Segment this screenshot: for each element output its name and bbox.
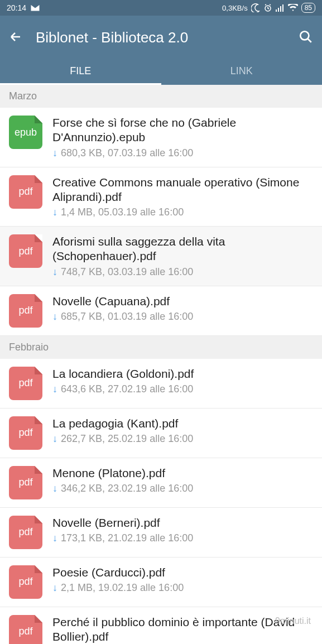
- file-item[interactable]: pdfAforismi sulla saggezza della vita (S…: [0, 227, 322, 286]
- section-header: Marzo: [0, 85, 322, 108]
- file-item[interactable]: pdfCreative Commons manuale operativo (S…: [0, 167, 322, 227]
- file-item[interactable]: pdfPerché il pubblico dominio è importan…: [0, 607, 322, 645]
- file-item[interactable]: pdfLa pedagogia (Kant).pdf↓262,7 KB, 25.…: [0, 408, 322, 458]
- download-icon: ↓: [52, 383, 57, 395]
- svg-point-5: [300, 31, 309, 40]
- file-name: Poesie (Carducci).pdf: [52, 565, 313, 580]
- back-button[interactable]: [9, 30, 22, 46]
- file-name: Creative Commons manuale operativo (Simo…: [52, 175, 313, 205]
- section-header: Febbraio: [0, 336, 322, 359]
- file-name: Novelle (Berneri).pdf: [52, 516, 313, 530]
- file-name: Menone (Platone).pdf: [52, 466, 313, 480]
- file-name: Novelle (Capuana).pdf: [52, 294, 313, 309]
- status-data-rate: 0,3KB/s: [222, 4, 248, 12]
- page-title: Biblonet - Biblioteca 2.0: [36, 29, 285, 46]
- svg-rect-3: [280, 6, 281, 12]
- app-header: Biblonet - Biblioteca 2.0: [0, 16, 322, 56]
- file-meta: ↓643,6 KB, 27.02.19 alle 16:00: [52, 383, 313, 395]
- file-item[interactable]: pdfNovelle (Berneri).pdf↓173,1 KB, 21.02…: [0, 508, 322, 558]
- tab-file[interactable]: FILE: [0, 56, 161, 85]
- file-meta: ↓173,1 KB, 21.02.19 alle 16:00: [52, 532, 313, 544]
- pdf-file-icon: pdf: [9, 615, 42, 645]
- file-meta: ↓2,1 MB, 19.02.19 alle 16:00: [52, 582, 313, 594]
- alarm-icon: [263, 3, 272, 12]
- pdf-file-icon: pdf: [9, 175, 42, 209]
- download-icon: ↓: [52, 532, 57, 544]
- file-list: MarzoepubForse che sì forse che no (Gabr…: [0, 85, 322, 644]
- svg-rect-1: [276, 9, 277, 12]
- file-meta: ↓680,3 KB, 07.03.19 alle 16:00: [52, 147, 313, 159]
- download-icon: ↓: [52, 311, 57, 323]
- status-bar: 20:14 0,3KB/s 85: [0, 0, 322, 16]
- svg-rect-4: [282, 4, 283, 12]
- pdf-file-icon: pdf: [9, 367, 42, 400]
- file-meta: ↓346,2 KB, 23.02.19 alle 16:00: [52, 483, 313, 494]
- battery-icon: 85: [301, 3, 315, 13]
- file-name: Aforismi sulla saggezza della vita (Scho…: [52, 234, 313, 264]
- file-item[interactable]: epubForse che sì forse che no (Gabriele …: [0, 108, 322, 167]
- pdf-file-icon: pdf: [9, 294, 42, 328]
- tabs: FILE LINK: [0, 56, 322, 85]
- download-icon: ↓: [52, 266, 57, 278]
- file-name: La pedagogia (Kant).pdf: [52, 416, 313, 431]
- download-icon: ↓: [52, 483, 57, 494]
- file-name: Forse che sì forse che no (Gabriele D'An…: [52, 116, 313, 145]
- pdf-file-icon: pdf: [9, 466, 42, 499]
- download-icon: ↓: [52, 147, 57, 159]
- pdf-file-icon: pdf: [9, 516, 42, 549]
- mail-icon: [31, 4, 40, 11]
- file-name: Perché il pubblico dominio è importante …: [52, 615, 313, 645]
- file-name: La locandiera (Goldoni).pdf: [52, 367, 313, 381]
- file-item[interactable]: pdfNovelle (Capuana).pdf↓685,7 KB, 01.03…: [0, 286, 322, 336]
- file-meta: ↓1,4 MB, 05.03.19 alle 16:00: [52, 206, 313, 218]
- moon-icon: [251, 3, 260, 12]
- tab-link[interactable]: LINK: [161, 56, 323, 85]
- pdf-file-icon: pdf: [9, 234, 42, 268]
- download-icon: ↓: [52, 433, 57, 445]
- file-meta: ↓748,7 KB, 03.03.19 alle 16:00: [52, 266, 313, 278]
- file-item[interactable]: pdfPoesie (Carducci).pdf↓2,1 MB, 19.02.1…: [0, 558, 322, 607]
- search-button[interactable]: [299, 30, 313, 46]
- file-meta: ↓685,7 KB, 01.03.19 alle 16:00: [52, 311, 313, 323]
- epub-file-icon: epub: [9, 116, 42, 149]
- download-icon: ↓: [52, 582, 57, 594]
- pdf-file-icon: pdf: [9, 416, 42, 450]
- status-time: 20:14: [7, 3, 26, 12]
- signal-icon: [276, 4, 285, 12]
- download-icon: ↓: [52, 206, 57, 218]
- watermark: 9minuti.it: [275, 616, 311, 626]
- wifi-icon: [288, 4, 298, 12]
- pdf-file-icon: pdf: [9, 565, 42, 599]
- file-item[interactable]: pdfLa locandiera (Goldoni).pdf↓643,6 KB,…: [0, 359, 322, 408]
- file-item[interactable]: pdfMenone (Platone).pdf↓346,2 KB, 23.02.…: [0, 458, 322, 508]
- file-meta: ↓262,7 KB, 25.02.19 alle 16:00: [52, 433, 313, 445]
- svg-rect-2: [278, 8, 279, 12]
